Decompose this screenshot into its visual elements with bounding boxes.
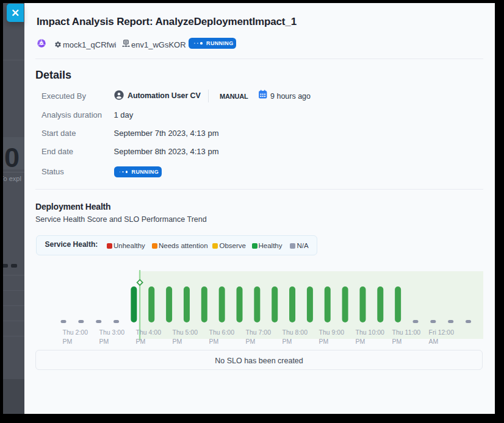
- svg-text:PM: PM: [209, 338, 219, 345]
- svg-text:PM: PM: [173, 338, 182, 345]
- svg-text:Thu 10:00: Thu 10:00: [356, 329, 384, 336]
- svg-text:PM: PM: [99, 338, 109, 345]
- svg-text:Fri 12:00: Fri 12:00: [429, 329, 455, 336]
- svg-text:Thu 6:00: Thu 6:00: [209, 329, 235, 336]
- svg-text:Thu 3:00: Thu 3:00: [99, 329, 125, 336]
- svg-text:PM: PM: [63, 338, 73, 345]
- svg-text:PM: PM: [319, 338, 329, 345]
- svg-text:Thu 11:00: Thu 11:00: [392, 329, 421, 336]
- svg-text:AM: AM: [429, 338, 439, 345]
- svg-text:Thu 2:00: Thu 2:00: [63, 329, 88, 336]
- svg-text:Thu 9:00: Thu 9:00: [319, 329, 345, 336]
- svg-text:Thu 7:00: Thu 7:00: [246, 329, 272, 336]
- svg-text:PM: PM: [246, 338, 256, 345]
- svg-text:PM: PM: [356, 338, 365, 345]
- svg-text:Thu 4:00: Thu 4:00: [136, 329, 162, 336]
- svg-text:Thu 8:00: Thu 8:00: [283, 329, 308, 336]
- svg-text:PM: PM: [283, 338, 292, 345]
- svg-text:PM: PM: [136, 338, 146, 345]
- svg-text:PM: PM: [392, 338, 402, 345]
- svg-text:Thu 5:00: Thu 5:00: [173, 329, 198, 336]
